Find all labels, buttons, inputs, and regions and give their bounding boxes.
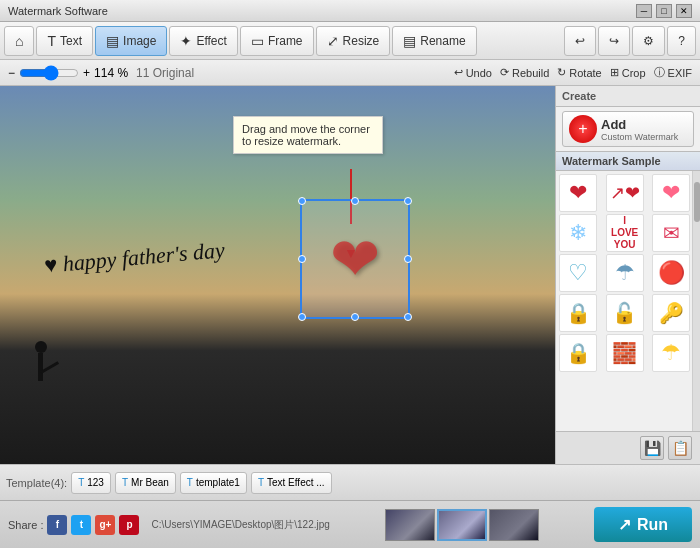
sample-envelope[interactable]: ✉ xyxy=(652,214,690,252)
sample-umbrella-blue[interactable]: ☂ xyxy=(606,254,644,292)
template-chip-label-3: template1 xyxy=(196,477,240,488)
handle-tr[interactable] xyxy=(404,197,412,205)
text-button[interactable]: T Text xyxy=(36,26,93,56)
rename-label: Rename xyxy=(420,34,465,48)
sample-brick[interactable]: 🧱 xyxy=(606,334,644,372)
undo-toolbar-button[interactable]: ↩ xyxy=(564,26,596,56)
sample-grey-lock[interactable]: 🔒 xyxy=(559,334,597,372)
samples-scroll-container: ❤ ↗❤ ❤ ❄ ILOVEYOU ✉ ♡ ☂ 🔴 🔒 🔓 🔑 🔒 🧱 ☂ xyxy=(556,171,700,431)
sample-lock-gold[interactable]: 🔒 xyxy=(559,294,597,332)
handle-tm[interactable] xyxy=(351,197,359,205)
effect-button[interactable]: ✦ Effect xyxy=(169,26,237,56)
right-panel: Create + Add Custom Watermark Watermark … xyxy=(555,86,700,464)
home-button[interactable]: ⌂ xyxy=(4,26,34,56)
file-path: C:\Users\YIMAGE\Desktop\图片\122.jpg xyxy=(151,518,329,532)
template-chip-mrbean[interactable]: T Mr Bean xyxy=(115,472,176,494)
undo-icon: ↩ xyxy=(454,66,463,79)
sample-heart-outline[interactable]: ♡ xyxy=(559,254,597,292)
undo-button[interactable]: ↩ Undo xyxy=(454,66,492,79)
sil-arm xyxy=(41,361,60,374)
frame-label: Frame xyxy=(268,34,303,48)
share-section: Share : f t g+ p C:\Users\YIMAGE\Desktop… xyxy=(8,515,330,535)
canvas-image: ♥ happy father's day Drag and move the c… xyxy=(0,86,555,464)
maximize-button[interactable]: □ xyxy=(656,4,672,18)
template-chip-123[interactable]: T 123 xyxy=(71,472,111,494)
handle-bm[interactable] xyxy=(351,313,359,321)
sample-love-badge[interactable]: ILOVEYOU xyxy=(606,214,644,252)
template-chip-texteffect[interactable]: T Text Effect ... xyxy=(251,472,332,494)
sample-red-button[interactable]: 🔴 xyxy=(652,254,690,292)
crop-button[interactable]: ⊞ Crop xyxy=(610,66,646,79)
add-watermark-container: + Add Custom Watermark xyxy=(556,107,700,152)
thumb-1[interactable] xyxy=(385,509,435,541)
zoom-increase-icon[interactable]: + xyxy=(83,66,90,80)
run-button[interactable]: ↗ Run xyxy=(594,507,692,542)
sample-umbrella-yellow[interactable]: ☂ xyxy=(652,334,690,372)
template-bar: Template(4): T 123 T Mr Bean T template1… xyxy=(0,464,700,500)
exif-icon: ⓘ xyxy=(654,65,665,80)
save-button[interactable]: 💾 xyxy=(640,436,664,460)
samples-section-label: Watermark Sample xyxy=(556,152,700,171)
rename-icon: ▤ xyxy=(403,33,416,49)
resize-icon: ⤢ xyxy=(327,33,339,49)
run-label: Run xyxy=(637,516,668,534)
template-chip-icon-2: T xyxy=(122,477,128,488)
resize-button[interactable]: ⤢ Resize xyxy=(316,26,391,56)
app-title: Watermark Software xyxy=(8,5,108,17)
scrollbar-thumb[interactable] xyxy=(694,182,700,222)
handle-mr[interactable] xyxy=(404,255,412,263)
secondary-toolbar: − + 114 % 11 Original ↩ Undo ⟳ Rebuild ↻… xyxy=(0,60,700,86)
home-icon: ⌂ xyxy=(15,33,23,49)
run-icon: ↗ xyxy=(618,515,631,534)
rotate-button[interactable]: ↻ Rotate xyxy=(557,66,601,79)
close-button[interactable]: ✕ xyxy=(676,4,692,18)
add-watermark-button[interactable]: + Add Custom Watermark xyxy=(562,111,694,147)
main-toolbar: ⌂ T Text ▤ Image ✦ Effect ▭ Frame ⤢ Resi… xyxy=(0,22,700,60)
watermark-heart: ❤ xyxy=(330,224,380,294)
zoom-control: − + 114 % 11 Original xyxy=(8,65,194,81)
tooltip-text: Drag and move the corner to resize water… xyxy=(242,123,370,147)
minimize-button[interactable]: ─ xyxy=(636,4,652,18)
settings-toolbar-button[interactable]: ⚙ xyxy=(632,26,665,56)
twitter-button[interactable]: t xyxy=(71,515,91,535)
handle-ml[interactable] xyxy=(298,255,306,263)
export-button[interactable]: 📋 xyxy=(668,436,692,460)
frame-button[interactable]: ▭ Frame xyxy=(240,26,314,56)
exif-button[interactable]: ⓘ EXIF xyxy=(654,65,692,80)
zoom-slider[interactable] xyxy=(19,65,79,81)
sample-snowflake[interactable]: ❄ xyxy=(559,214,597,252)
create-section-label: Create xyxy=(556,86,700,107)
redo-toolbar-button[interactable]: ↪ xyxy=(598,26,630,56)
googleplus-button[interactable]: g+ xyxy=(95,515,115,535)
sil-body xyxy=(38,353,43,381)
sample-heart-red[interactable]: ❤ xyxy=(559,174,597,212)
template-chip-template1[interactable]: T template1 xyxy=(180,472,247,494)
zoom-decrease-icon[interactable]: − xyxy=(8,66,15,80)
handle-br[interactable] xyxy=(404,313,412,321)
template-chip-label-4: Text Effect ... xyxy=(267,477,325,488)
effect-icon: ✦ xyxy=(180,33,192,49)
rename-button[interactable]: ▤ Rename xyxy=(392,26,476,56)
rebuild-icon: ⟳ xyxy=(500,66,509,79)
facebook-button[interactable]: f xyxy=(47,515,67,535)
title-bar: Watermark Software ─ □ ✕ xyxy=(0,0,700,22)
sample-heart-pink[interactable]: ❤ xyxy=(652,174,690,212)
watermark-selection-box[interactable]: ❤ xyxy=(300,199,410,319)
thumb-3[interactable] xyxy=(489,509,539,541)
sample-arrow-red[interactable]: ↗❤ xyxy=(606,174,644,212)
handle-tl[interactable] xyxy=(298,197,306,205)
thumb-2[interactable] xyxy=(437,509,487,541)
handle-bl[interactable] xyxy=(298,313,306,321)
text-label: Text xyxy=(60,34,82,48)
crop-icon: ⊞ xyxy=(610,66,619,79)
rebuild-button[interactable]: ⟳ Rebuild xyxy=(500,66,549,79)
canvas-area[interactable]: ♥ happy father's day Drag and move the c… xyxy=(0,86,555,464)
zoom-value: 114 % xyxy=(94,66,128,80)
add-watermark-text: Add Custom Watermark xyxy=(601,117,678,142)
help-toolbar-button[interactable]: ? xyxy=(667,26,696,56)
pinterest-button[interactable]: p xyxy=(119,515,139,535)
image-button[interactable]: ▤ Image xyxy=(95,26,167,56)
scrollbar-track[interactable] xyxy=(692,171,700,431)
sample-key[interactable]: 🔑 xyxy=(652,294,690,332)
sample-lock-grey[interactable]: 🔓 xyxy=(606,294,644,332)
